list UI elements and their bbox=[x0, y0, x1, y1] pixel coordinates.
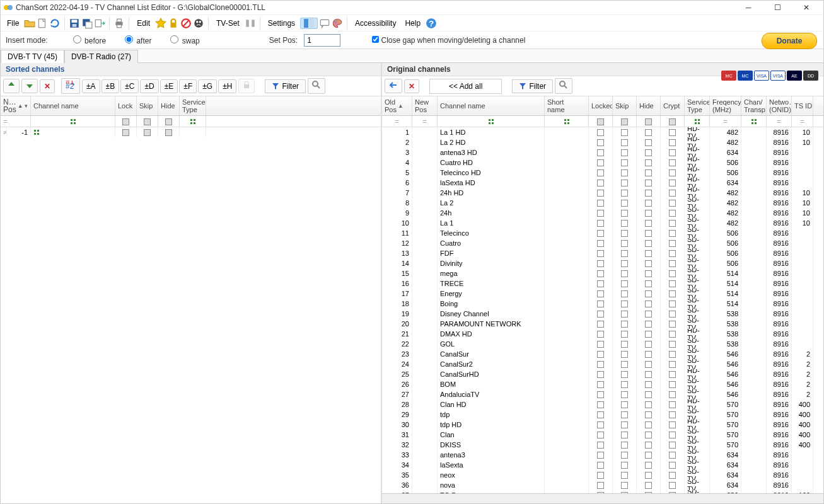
menu-accessibility[interactable]: Accessibility bbox=[351, 18, 400, 29]
table-row[interactable]: 34laSextaSD-TV6348916 bbox=[382, 460, 823, 470]
col-name[interactable]: Channel name bbox=[31, 96, 115, 115]
favorite-icon[interactable] bbox=[155, 18, 166, 29]
table-row[interactable]: 5Telecinco HDHD-TV5068916 bbox=[382, 168, 823, 178]
table-row[interactable]: 31ClanSD-TV5708916400 bbox=[382, 430, 823, 440]
table-row[interactable]: 33antena3SD-TV6348916 bbox=[382, 450, 823, 460]
right-filter-button[interactable]: Filter bbox=[512, 79, 553, 93]
fav-pmB[interactable]: ±B bbox=[102, 79, 120, 93]
fav-pmE[interactable]: ±E bbox=[160, 79, 178, 93]
table-row[interactable]: 37TG 7SD-TV6508916160 bbox=[382, 490, 823, 493]
table-row[interactable]: 15megaSD-TV5148916 bbox=[382, 268, 823, 278]
col-chan[interactable]: Chan/ Transp bbox=[741, 96, 767, 115]
fav-pmG[interactable]: ±G bbox=[198, 79, 217, 93]
remove-button[interactable]: ✕ bbox=[404, 79, 419, 93]
closegap-check[interactable]: Close gap when moving/deleting a channel bbox=[372, 36, 525, 45]
col-lock[interactable]: Lock bbox=[115, 96, 137, 115]
table-row[interactable]: 22GOLSD-TV5388916 bbox=[382, 339, 823, 349]
col-shortname[interactable]: Short name bbox=[545, 96, 589, 115]
fav-pmF[interactable]: ±F bbox=[179, 79, 197, 93]
tab-dvbt-tv[interactable]: DVB-T TV (45) bbox=[1, 50, 64, 63]
hide-icon[interactable] bbox=[193, 18, 204, 29]
col-tsid[interactable]: TS ID bbox=[792, 96, 813, 115]
table-row[interactable]: 13FDFSD-TV5068916 bbox=[382, 248, 823, 258]
comment-icon[interactable] bbox=[319, 18, 330, 29]
table-row[interactable]: 23CanalSurSD-TV54689162 bbox=[382, 349, 823, 359]
fav-pmA[interactable]: ±A bbox=[82, 79, 100, 93]
col-locked[interactable]: Locked bbox=[589, 96, 613, 115]
table-row[interactable]: 14DivinitySD-TV5068916 bbox=[382, 258, 823, 268]
col-newpos[interactable]: New Pos bbox=[412, 96, 438, 115]
col-skip[interactable]: Skip bbox=[137, 96, 158, 115]
menu-help[interactable]: Help bbox=[401, 18, 424, 29]
col-service[interactable]: Service Type bbox=[180, 96, 206, 115]
col-name[interactable]: Channel name bbox=[438, 96, 545, 115]
minimize-button[interactable]: ─ bbox=[734, 1, 763, 15]
help-icon[interactable]: ? bbox=[426, 18, 437, 29]
fav-pmD[interactable]: ±D bbox=[140, 79, 158, 93]
table-row[interactable]: 19Disney ChannelSD-TV5388916 bbox=[382, 309, 823, 319]
table-row[interactable]: 1La 1 HDHD-TV482891610 bbox=[382, 127, 823, 137]
table-row[interactable]: 924hSD-TV482891610 bbox=[382, 208, 823, 218]
block-icon[interactable] bbox=[180, 18, 192, 29]
original-grid[interactable]: Old Pos▲New PosChannel nameShort nameLoc… bbox=[382, 96, 823, 493]
layout-split-button[interactable] bbox=[300, 18, 318, 29]
table-row[interactable]: 12CuatroSD-TV5068916 bbox=[382, 238, 823, 248]
left-search-button[interactable] bbox=[308, 78, 325, 94]
menu-file[interactable]: File bbox=[3, 18, 23, 29]
fav-pmH[interactable]: ±H bbox=[218, 79, 236, 93]
table-row[interactable]: 2La 2 HDHD-TV482891610 bbox=[382, 137, 823, 147]
fav-pmC[interactable]: ±C bbox=[120, 79, 139, 93]
save-icon[interactable] bbox=[69, 18, 80, 29]
h-scrollbar[interactable] bbox=[382, 493, 823, 503]
renumber-button[interactable]: #1#2 bbox=[61, 78, 80, 94]
table-row[interactable]: 18BoingSD-TV5148916 bbox=[382, 299, 823, 309]
table-row[interactable]: 29tdpSD-TV5708916400 bbox=[382, 410, 823, 420]
reload-icon[interactable] bbox=[49, 18, 61, 29]
col-crypt[interactable]: Crypt bbox=[661, 96, 685, 115]
maximize-button[interactable]: ☐ bbox=[763, 1, 792, 15]
col-skip[interactable]: Skip bbox=[613, 96, 637, 115]
tvset-tool-icon[interactable] bbox=[245, 18, 256, 29]
print-icon[interactable] bbox=[113, 18, 125, 29]
table-row[interactable]: 11TelecincoSD-TV5068916 bbox=[382, 228, 823, 238]
radio-swap[interactable]: swap bbox=[170, 35, 199, 45]
table-row[interactable]: 724h HDHD-TV482891610 bbox=[382, 188, 823, 198]
radio-before[interactable]: before bbox=[73, 35, 106, 45]
col-svc[interactable]: Service Type bbox=[685, 96, 710, 115]
col-hide[interactable]: Hide bbox=[637, 96, 661, 115]
saveas-icon[interactable] bbox=[81, 18, 93, 29]
table-row[interactable]: 32DKISSSD-TV5708916400 bbox=[382, 440, 823, 450]
table-row[interactable]: 28Clan HDHD-TV5708916400 bbox=[382, 399, 823, 410]
table-row[interactable]: 24CanalSur2SD-TV54689162 bbox=[382, 359, 823, 369]
table-row[interactable]: 20PARAMOUNT NETWORKSD-TV5388916 bbox=[382, 319, 823, 329]
table-row[interactable]: ≠-1 bbox=[1, 127, 381, 137]
table-row[interactable]: 35neoxSD-TV6348916 bbox=[382, 470, 823, 480]
addall-button[interactable]: << Add all bbox=[429, 79, 502, 94]
menu-settings[interactable]: Settings bbox=[264, 18, 299, 29]
left-filter-button[interactable]: Filter bbox=[265, 79, 306, 93]
delete-button[interactable]: ✕ bbox=[40, 79, 55, 93]
export-icon[interactable] bbox=[94, 18, 105, 29]
col-hide[interactable]: Hide bbox=[158, 96, 180, 115]
table-row[interactable]: 26BOMSD-TV54689162 bbox=[382, 379, 823, 389]
palette-icon[interactable] bbox=[332, 18, 343, 29]
lock-icon[interactable] bbox=[168, 18, 179, 29]
close-button[interactable]: ✕ bbox=[792, 1, 821, 15]
col-npos[interactable]: N… Pos▲ ▾ bbox=[1, 96, 31, 115]
col-oldpos[interactable]: Old Pos▲ bbox=[382, 96, 412, 115]
move-up-button[interactable] bbox=[3, 79, 20, 93]
table-row[interactable]: 16TRECESD-TV5148916 bbox=[382, 278, 823, 289]
table-row[interactable]: 4Cuatro HDHD-TV5068916 bbox=[382, 158, 823, 168]
new-icon[interactable] bbox=[37, 18, 48, 29]
table-row[interactable]: 17EnergySD-TV5148916 bbox=[382, 289, 823, 299]
right-search-button[interactable] bbox=[555, 78, 572, 94]
table-row[interactable]: 21DMAX HDHD-TV5388916 bbox=[382, 329, 823, 339]
add-left-button[interactable] bbox=[385, 79, 402, 93]
col-freq[interactable]: Freqency (MHz) bbox=[710, 96, 741, 115]
table-row[interactable]: 10La 1SD-TV482891610 bbox=[382, 218, 823, 228]
menu-edit[interactable]: Edit bbox=[133, 18, 154, 29]
table-row[interactable]: 8La 2SD-TV482891610 bbox=[382, 198, 823, 208]
setpos-input[interactable] bbox=[304, 34, 340, 47]
menu-tvset[interactable]: TV-Set bbox=[212, 18, 243, 29]
table-row[interactable]: 3antena3 HDHD-TV6348916 bbox=[382, 147, 823, 158]
